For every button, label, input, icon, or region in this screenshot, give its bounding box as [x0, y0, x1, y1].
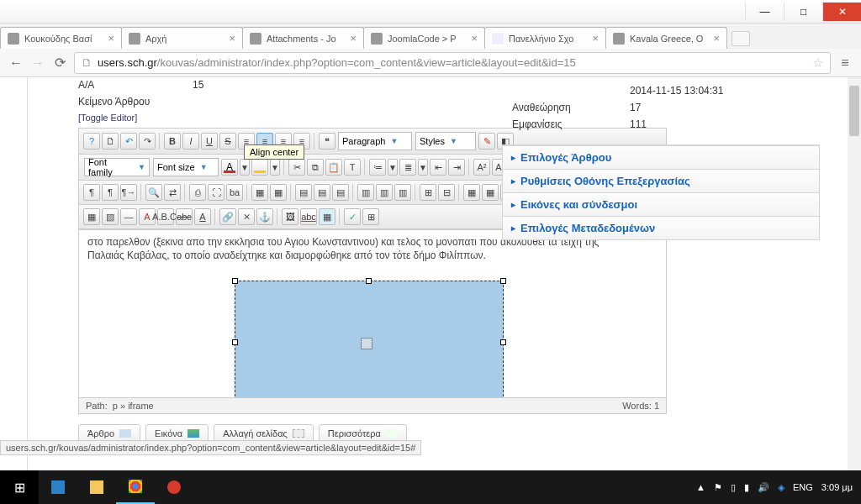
tab-close-icon[interactable]: ×: [471, 32, 478, 45]
power-icon[interactable]: ▯: [731, 482, 736, 493]
merge-icon[interactable]: ⊞: [420, 184, 436, 201]
rtl-icon[interactable]: ¶: [102, 184, 119, 201]
wifi-icon[interactable]: ▮: [744, 482, 749, 493]
underline-button[interactable]: U: [201, 133, 218, 150]
task-explorer[interactable]: [77, 470, 116, 504]
menu-button[interactable]: ≡: [834, 52, 856, 74]
split-icon[interactable]: ⊟: [438, 184, 455, 201]
bold-button[interactable]: B: [164, 133, 181, 150]
resize-handle[interactable]: [366, 278, 372, 284]
outdent-icon[interactable]: ⇤: [430, 159, 446, 176]
paste-icon[interactable]: 📋: [325, 159, 342, 176]
editor-canvas[interactable]: στο παρελθον (ξεκινα απο την εκκλησια το…: [79, 229, 666, 397]
newdoc-icon[interactable]: 🗋: [102, 133, 119, 150]
bgcolor-dd[interactable]: ▼: [270, 159, 280, 176]
rowbefore-icon[interactable]: ▤: [295, 184, 312, 201]
media-icon[interactable]: ▦: [319, 208, 335, 225]
textcolor-button[interactable]: A: [221, 159, 238, 176]
acc-article-options[interactable]: Επιλογές Άρθρου: [503, 145, 819, 169]
undo-icon[interactable]: ↶: [120, 133, 137, 150]
task-opera[interactable]: [155, 470, 193, 504]
forward-button[interactable]: →: [27, 52, 49, 74]
source-icon[interactable]: ⊞: [362, 208, 379, 225]
task-chrome[interactable]: [116, 470, 155, 504]
rowdel-icon[interactable]: ▤: [332, 184, 349, 201]
bgcolor-button[interactable]: [251, 159, 268, 176]
coldel-icon[interactable]: ▥: [394, 184, 411, 201]
shield-icon[interactable]: ◈: [778, 482, 784, 493]
anchor-icon[interactable]: ⚓: [256, 208, 273, 225]
resize-handle[interactable]: [500, 278, 506, 284]
link-icon[interactable]: 🔗: [219, 208, 236, 225]
clock[interactable]: 3:09 μμ: [821, 482, 853, 492]
table-button[interactable]: ▦: [251, 184, 268, 201]
acc-metadata[interactable]: Επιλογές Μεταδεδομένων: [503, 216, 819, 239]
colafter-icon[interactable]: ▥: [376, 184, 393, 201]
rowafter-icon[interactable]: ▤: [314, 184, 330, 201]
start-button[interactable]: ⊞: [0, 470, 39, 504]
styles-select[interactable]: Styles▼: [415, 132, 476, 150]
cellprops-icon[interactable]: ▦: [463, 184, 480, 201]
fontfamily-select[interactable]: Font family▼: [84, 158, 150, 176]
lang-indicator[interactable]: ENG: [793, 482, 813, 492]
dir-icon[interactable]: ¶→: [120, 184, 137, 201]
image-icon[interactable]: 🖼: [282, 208, 298, 225]
abbr-icon[interactable]: A.B.C.: [157, 208, 174, 225]
bullets-dd[interactable]: ▼: [388, 159, 398, 176]
numlist-dd[interactable]: ▼: [418, 159, 428, 176]
window-close-button[interactable]: ✕: [822, 3, 861, 21]
page-scrollbar[interactable]: [848, 77, 861, 487]
code-icon[interactable]: ✓: [344, 208, 361, 225]
back-button[interactable]: ←: [5, 52, 27, 74]
resize-handle[interactable]: [500, 339, 506, 345]
tab-close-icon[interactable]: ×: [350, 32, 357, 45]
resize-handle[interactable]: [232, 339, 238, 345]
selected-iframe[interactable]: [235, 281, 504, 397]
cleanup-icon[interactable]: ✎: [478, 133, 495, 150]
acc-images-links[interactable]: Εικόνες και σύνδεσμοι: [503, 192, 819, 216]
visualblocks-icon[interactable]: ▧: [102, 208, 119, 225]
visualchars-icon[interactable]: ▦: [83, 208, 100, 225]
browser-tab[interactable]: Αρχή×: [121, 27, 243, 49]
task-ie[interactable]: [39, 470, 77, 504]
print-icon[interactable]: ⎙: [189, 184, 206, 201]
bookmark-star-icon[interactable]: ☆: [812, 55, 823, 71]
paragraph-select[interactable]: Paragraph▼: [338, 132, 412, 150]
browser-tab[interactable]: Attachments - Jo×: [242, 27, 364, 49]
redo-icon[interactable]: ↷: [139, 133, 156, 150]
del-icon[interactable]: abc: [176, 208, 193, 225]
acc-screen-settings[interactable]: Ρυθμίσεις Οθόνης Επεξεργασίας: [503, 169, 819, 192]
blockquote-button[interactable]: ❝: [319, 133, 335, 150]
window-maximize-button[interactable]: □: [784, 3, 822, 21]
replace-icon[interactable]: ⇄: [164, 184, 181, 201]
cut-icon[interactable]: ✂: [288, 159, 305, 176]
reload-button[interactable]: ⟳: [49, 52, 71, 74]
browser-tab[interactable]: Kavala Greece, O×: [605, 27, 727, 49]
browser-tab[interactable]: JoomlaCode > P×: [363, 27, 485, 49]
italic-button[interactable]: I: [182, 133, 199, 150]
tab-close-icon[interactable]: ×: [229, 32, 235, 45]
tab-close-icon[interactable]: ×: [713, 32, 720, 45]
rowprops-icon[interactable]: ▦: [482, 184, 499, 201]
spell-icon[interactable]: abc: [300, 208, 317, 225]
ltr-icon[interactable]: ¶: [83, 184, 100, 201]
strike-button[interactable]: S: [219, 133, 236, 150]
t2-icon[interactable]: ▦: [270, 184, 287, 201]
ins-icon[interactable]: A: [194, 208, 211, 225]
colbefore-icon[interactable]: ▥: [357, 184, 374, 201]
bullets-icon[interactable]: ≔: [369, 159, 386, 176]
tray-up-icon[interactable]: ▲: [696, 482, 705, 492]
browser-tab[interactable]: Πανελλήνιο Σχο×: [484, 27, 606, 49]
toggle-editor-link[interactable]: [Toggle Editor]: [78, 113, 478, 123]
help-icon[interactable]: ?: [83, 133, 100, 150]
tab-close-icon[interactable]: ×: [108, 32, 114, 45]
tab-close-icon[interactable]: ×: [592, 32, 599, 45]
nbsp-icon[interactable]: —: [120, 208, 137, 225]
numlist-icon[interactable]: ≣: [399, 159, 416, 176]
indent-icon[interactable]: ⇥: [448, 159, 465, 176]
find-icon[interactable]: 🔍: [145, 184, 162, 201]
address-bar[interactable]: 🗋 users.sch.gr/kouvas/administrator/inde…: [74, 52, 831, 74]
unlink-icon[interactable]: ⨯: [238, 208, 255, 225]
copy-icon[interactable]: ⧉: [307, 159, 324, 176]
new-tab-button[interactable]: [732, 31, 750, 46]
